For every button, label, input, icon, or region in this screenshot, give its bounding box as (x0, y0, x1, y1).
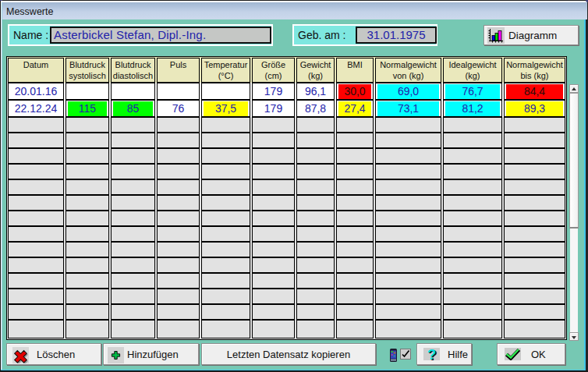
svg-text:?: ? (427, 348, 437, 360)
